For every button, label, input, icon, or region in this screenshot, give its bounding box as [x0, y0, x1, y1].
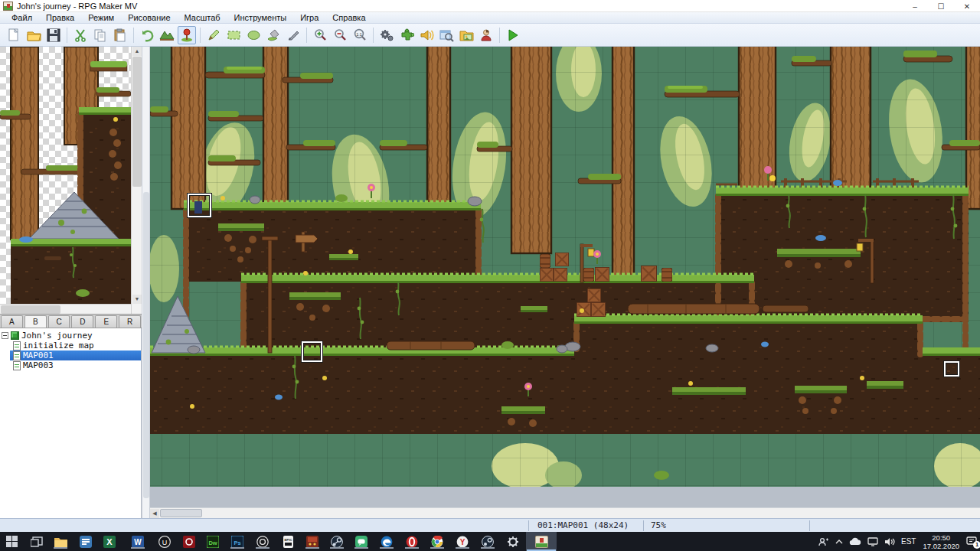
palette-scroll-down-arrow[interactable]: ▼	[132, 295, 142, 304]
map-file-icon	[13, 341, 21, 350]
tab-d[interactable]: D	[71, 315, 93, 328]
new-project-icon[interactable]	[5, 26, 23, 44]
zoom-out-icon[interactable]	[331, 26, 349, 44]
menu-help[interactable]: Справка	[325, 13, 372, 22]
svg-text:Y: Y	[460, 538, 466, 546]
volume-icon[interactable]	[884, 537, 895, 546]
language-indicator[interactable]: EST	[901, 537, 916, 546]
epic-games-icon[interactable]: EPIC	[279, 534, 297, 549]
menu-game[interactable]: Игра	[293, 13, 325, 22]
task-view-icon[interactable]	[28, 534, 46, 549]
steam-big-picture-icon[interactable]	[479, 534, 497, 549]
tileset-palette-canvas[interactable]	[0, 47, 131, 304]
map-hscroll-thumb[interactable]	[160, 509, 202, 517]
shadow-pen-tool-icon[interactable]	[284, 26, 302, 44]
yandex-browser-icon[interactable]: Y	[453, 534, 472, 549]
character-generator-icon[interactable]	[477, 26, 495, 44]
cut-icon[interactable]	[71, 26, 90, 44]
tab-a[interactable]: A	[1, 315, 23, 328]
map-horizontal-scrollbar[interactable]: ◀	[150, 507, 980, 518]
event-mode-icon[interactable]	[178, 26, 196, 44]
people-icon[interactable]	[818, 537, 829, 546]
tab-r[interactable]: R	[119, 315, 141, 328]
save-icon[interactable]	[44, 26, 63, 44]
palette-horizontal-scrollbar[interactable]	[0, 304, 131, 314]
vmware-icon[interactable]	[77, 534, 95, 549]
tree-item-initialize-map[interactable]: initialize map	[0, 341, 141, 350]
excel-icon[interactable]: X	[100, 534, 119, 549]
palette-scroll-thumb[interactable]	[132, 57, 142, 187]
title-bar: John's journey - RPG Maker MV – ☐ ✕	[0, 0, 980, 12]
tree-item-project[interactable]: John's journey	[0, 331, 141, 341]
tree-item-map003[interactable]: MAP003	[0, 360, 141, 370]
notification-center-icon[interactable]: 1	[966, 536, 977, 546]
database-icon[interactable]	[377, 26, 396, 44]
copy-icon[interactable]	[91, 26, 109, 44]
onedrive-cloud-icon[interactable]	[849, 537, 861, 546]
zoom-actual-size-icon[interactable]: 1:1	[351, 26, 369, 44]
opera-icon[interactable]	[403, 534, 421, 549]
resource-manager-icon[interactable]	[457, 26, 475, 44]
steam-icon[interactable]	[328, 534, 346, 549]
tab-b[interactable]: B	[24, 315, 47, 328]
app-icon	[3, 2, 13, 11]
tab-c[interactable]: C	[48, 315, 70, 328]
edge-icon[interactable]	[377, 534, 396, 549]
obs-studio-icon[interactable]	[253, 534, 272, 549]
dreamweaver-icon[interactable]: Dw	[204, 534, 222, 549]
zoom-in-icon[interactable]	[311, 26, 329, 44]
undo-icon[interactable]	[138, 26, 156, 44]
minimize-button[interactable]: –	[902, 0, 928, 12]
file-explorer-icon[interactable]	[51, 534, 70, 549]
photoshop-icon[interactable]: Ps	[228, 534, 247, 549]
flood-fill-tool-icon[interactable]	[264, 26, 283, 44]
svg-text:X: X	[106, 537, 113, 546]
settings-gear-icon[interactable]	[504, 534, 522, 549]
sound-test-icon[interactable]	[417, 26, 436, 44]
map-file-icon	[13, 361, 21, 370]
map-hscroll-left-arrow[interactable]: ◀	[150, 509, 159, 518]
clock[interactable]: 20:50 17.02.2020	[923, 533, 959, 550]
tab-e[interactable]: E	[95, 315, 117, 328]
tray-date: 17.02.2020	[923, 542, 959, 550]
event-searcher-icon[interactable]	[437, 26, 456, 44]
palette-scroll-up-arrow[interactable]: ▲	[132, 47, 142, 56]
network-icon[interactable]	[867, 537, 878, 546]
rpg-maker-mv-taskbar-icon[interactable]	[526, 532, 557, 551]
map-canvas[interactable]	[150, 47, 980, 487]
plugin-manager-icon[interactable]	[397, 26, 416, 44]
ellipse-tool-icon[interactable]	[244, 26, 263, 44]
start-button-icon[interactable]	[2, 534, 21, 549]
chrome-icon[interactable]	[428, 534, 446, 549]
pencil-tool-icon[interactable]	[204, 26, 223, 44]
menu-file[interactable]: Файл	[5, 13, 39, 22]
map-vscroll-thumb[interactable]	[143, 192, 149, 498]
map-mode-icon[interactable]	[158, 26, 176, 44]
word-icon[interactable]: W	[129, 534, 147, 549]
tileset-palette[interactable]: ▲ ▼	[0, 47, 142, 314]
maximize-button[interactable]: ☐	[928, 0, 954, 12]
palette-vertical-scrollbar[interactable]: ▲ ▼	[131, 47, 142, 314]
map-vertical-scrollbar[interactable]	[142, 47, 150, 518]
chevron-up-icon[interactable]	[835, 539, 843, 545]
palette-hscroll-thumb[interactable]	[1, 305, 60, 314]
collapse-icon[interactable]	[2, 332, 8, 339]
paste-icon[interactable]	[111, 26, 129, 44]
main-area: ▲ ▼ A B C D E R John's	[0, 47, 980, 518]
close-button[interactable]: ✕	[954, 0, 980, 12]
menu-scale[interactable]: Масштаб	[178, 13, 227, 22]
menu-mode[interactable]: Режим	[81, 13, 121, 22]
rectangle-tool-icon[interactable]	[224, 26, 243, 44]
menu-draw[interactable]: Рисование	[121, 13, 177, 22]
tree-item-map001[interactable]: MAP001	[10, 350, 141, 360]
rpg-maker-vx-icon[interactable]	[303, 534, 322, 549]
unreal-engine-icon[interactable]: U	[155, 534, 174, 549]
chat-app-icon[interactable]	[352, 534, 371, 549]
zoom-actual-label: 1:1	[356, 31, 362, 36]
acrobat-reader-icon[interactable]	[180, 534, 198, 549]
playtest-icon[interactable]	[504, 26, 522, 44]
menu-bar: Файл Правка Режим Рисование Масштаб Инст…	[0, 12, 980, 24]
menu-tools[interactable]: Инструменты	[227, 13, 294, 22]
menu-edit[interactable]: Правка	[39, 13, 81, 22]
open-project-icon[interactable]	[24, 26, 43, 44]
